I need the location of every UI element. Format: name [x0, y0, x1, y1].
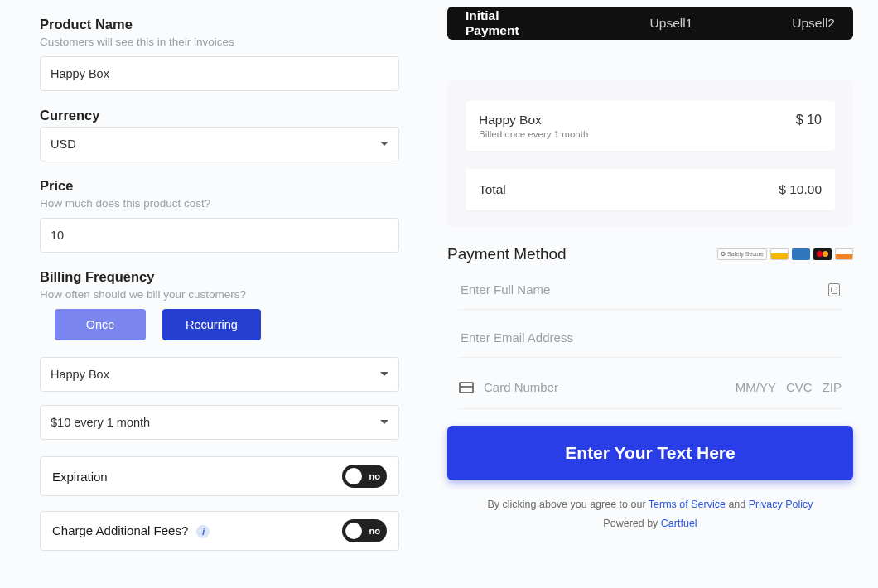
tab-upsell2[interactable]: Upsell2 — [792, 16, 835, 31]
price-hint: How much does this product cost? — [40, 197, 399, 210]
product-name-field: Product Name Customers will see this in … — [40, 17, 399, 91]
preview-panel: Initial Payment Upsell1 Upsell2 Happy Bo… — [439, 0, 878, 588]
visa-icon — [770, 248, 789, 260]
discover-icon — [835, 248, 853, 260]
expiration-toggle-label: no — [369, 471, 380, 481]
billing-recurring-button[interactable]: Recurring — [162, 309, 261, 340]
info-icon[interactable]: i — [196, 525, 210, 538]
total-label: Total — [479, 182, 506, 197]
preview-tabs: Initial Payment Upsell1 Upsell2 — [447, 7, 853, 40]
currency-label: Currency — [40, 108, 399, 123]
card-logos: ✪ Safety Secure — [717, 248, 853, 260]
total-value: $ 10.00 — [779, 182, 822, 197]
tab-upsell1[interactable]: Upsell1 — [650, 16, 693, 31]
plan-select[interactable]: Happy Box — [40, 357, 399, 392]
payment-method-header: Payment Method ✪ Safety Secure — [447, 245, 853, 263]
billing-frequency-hint: How often should we bill your customers? — [40, 288, 399, 301]
card-number-placeholder: Card Number — [484, 380, 726, 394]
amex-icon — [792, 248, 810, 260]
additional-fees-toggle-label: no — [369, 526, 380, 536]
legal-text: By clicking above you agree to our Terms… — [447, 495, 853, 533]
expiration-toggle[interactable]: no — [342, 465, 387, 488]
expiration-row: Expiration no — [40, 456, 399, 496]
billing-frequency-label: Billing Frequency — [40, 269, 399, 285]
line-item-sub: Billed once every 1 month — [479, 129, 588, 139]
order-summary: Happy Box Billed once every 1 month $ 10… — [447, 80, 853, 227]
product-name-label: Product Name — [40, 17, 399, 32]
billing-once-button[interactable]: Once — [55, 309, 146, 340]
interval-select[interactable]: $10 every 1 month — [40, 405, 399, 440]
expiration-label: Expiration — [52, 470, 108, 484]
privacy-link[interactable]: Privacy Policy — [749, 499, 813, 510]
total-row: Total $ 10.00 — [466, 169, 835, 210]
payment-method-title: Payment Method — [447, 245, 567, 263]
safety-badge-icon: ✪ Safety Secure — [717, 248, 767, 260]
toggle-knob-icon — [345, 523, 362, 539]
line-item: Happy Box Billed once every 1 month $ 10 — [466, 101, 835, 151]
card-input-row[interactable]: Card Number MM/YY CVC ZIP — [459, 366, 842, 409]
currency-select[interactable]: USD — [40, 127, 399, 161]
card-expiry-placeholder: MM/YY — [736, 380, 776, 394]
additional-fees-toggle[interactable]: no — [342, 519, 387, 542]
price-input[interactable] — [40, 218, 399, 253]
credit-card-icon — [459, 382, 474, 393]
product-name-input[interactable] — [40, 56, 399, 91]
additional-fees-label: Charge Additional Fees? i — [52, 523, 210, 538]
additional-fees-row: Charge Additional Fees? i no — [40, 511, 399, 551]
card-zip-placeholder: ZIP — [823, 380, 842, 394]
billing-frequency-field: Billing Frequency How often should we bi… — [40, 269, 399, 440]
price-label: Price — [40, 178, 399, 194]
config-panel: Product Name Customers will see this in … — [0, 0, 439, 588]
line-item-price: $ 10 — [796, 113, 822, 139]
full-name-input[interactable] — [459, 270, 842, 310]
card-cvc-placeholder: CVC — [786, 380, 813, 394]
price-field: Price How much does this product cost? — [40, 178, 399, 253]
toggle-knob-icon — [345, 468, 362, 484]
cartfuel-link[interactable]: Cartfuel — [661, 518, 697, 529]
mastercard-icon — [813, 248, 832, 260]
currency-field: Currency USD — [40, 108, 399, 161]
product-name-hint: Customers will see this in their invoice… — [40, 36, 399, 48]
terms-link[interactable]: Terms of Service — [649, 499, 726, 510]
tab-initial-payment[interactable]: Initial Payment — [466, 8, 551, 38]
contact-card-icon — [828, 283, 840, 296]
checkout-cta-button[interactable]: Enter Your Text Here — [447, 426, 853, 480]
email-input[interactable] — [459, 318, 842, 358]
line-item-name: Happy Box — [479, 113, 588, 128]
